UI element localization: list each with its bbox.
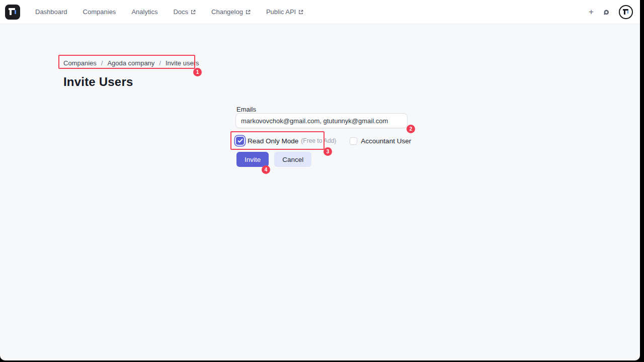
nav-links: Dashboard Companies Analytics Docs Chang… [35,8,303,16]
avatar-t-stem [624,9,625,15]
nav-item-analytics[interactable]: Analytics [131,8,157,16]
page-content: Companies / Agoda company / Invite users… [0,24,640,360]
annotation-badge-3: 3 [324,147,332,156]
nav-item-label: Dashboard [35,8,67,16]
breadcrumb: Companies / Agoda company / Invite users [63,59,199,67]
logo-t-stem [10,8,12,15]
plus-icon: + [589,8,594,16]
external-link-icon [191,10,196,15]
add-button[interactable]: + [589,8,594,16]
nav-item-label: Public API [266,8,296,16]
nav-item-companies[interactable]: Companies [83,8,116,16]
logo-blue-accent [15,10,16,14]
top-navigation-bar: Dashboard Companies Analytics Docs Chang… [0,0,640,24]
cancel-button[interactable]: Cancel [274,152,311,167]
nav-right-actions: + [589,5,640,19]
annotation-badge-2: 2 [407,125,415,133]
nav-item-changelog[interactable]: Changelog [211,8,251,16]
page-title: Invite Users [63,75,133,89]
nav-item-public-api[interactable]: Public API [266,8,303,16]
read-only-mode-checkbox[interactable] [236,137,244,145]
emails-label: Emails [236,106,256,113]
support-headset-button[interactable] [602,8,611,17]
breadcrumb-agoda-company[interactable]: Agoda company [107,59,154,67]
external-link-icon [298,10,303,15]
read-only-mode-label[interactable]: Read Only Mode [248,137,298,145]
nav-item-docs[interactable]: Docs [173,8,196,16]
checkmark-icon [237,138,243,143]
breadcrumb-invite-users[interactable]: Invite users [166,59,199,67]
avatar-blue-accent [627,11,628,14]
nav-item-label: Changelog [211,8,243,16]
form-actions: Invite Cancel [236,152,311,167]
nav-item-label: Analytics [131,8,157,16]
breadcrumb-separator: / [101,59,103,67]
emails-input[interactable] [235,113,408,128]
headset-icon [602,8,611,17]
accountant-user-label[interactable]: Accountant User [361,137,411,145]
user-avatar[interactable] [619,5,633,19]
app-window: Dashboard Companies Analytics Docs Chang… [0,0,640,360]
breadcrumb-companies[interactable]: Companies [63,59,97,67]
nav-item-dashboard[interactable]: Dashboard [35,8,67,16]
brand-logo-icon[interactable] [5,5,20,20]
read-only-mode-hint: (Free to Add) [301,137,336,144]
nav-item-label: Docs [173,8,188,16]
invite-button[interactable]: Invite [236,152,269,167]
checkbox-row: Read Only Mode (Free to Add) Accountant … [236,136,411,146]
accountant-user-checkbox[interactable] [350,137,357,145]
annotation-badge-1: 1 [193,68,202,76]
breadcrumb-separator: / [159,59,161,67]
external-link-icon [246,10,251,15]
nav-item-label: Companies [83,8,116,16]
